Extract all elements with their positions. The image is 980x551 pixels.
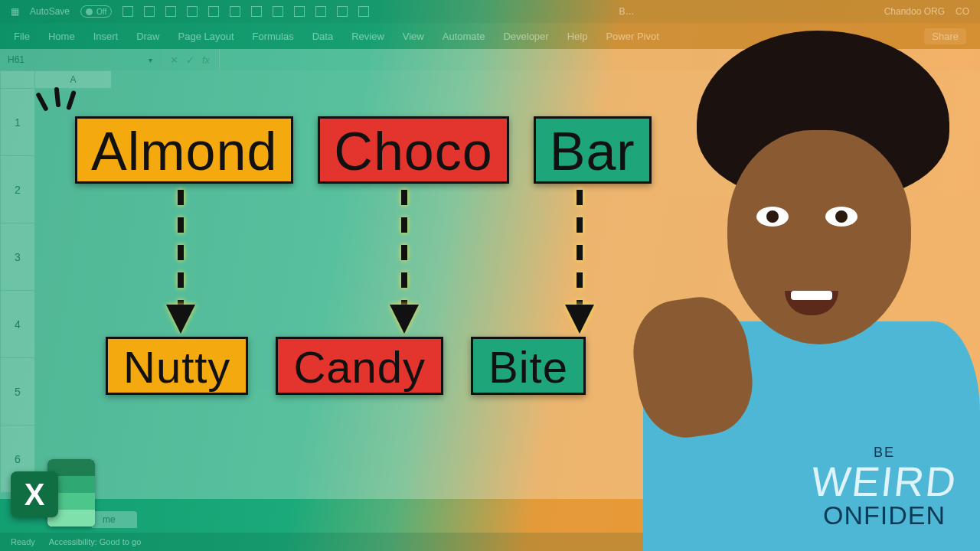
name-box[interactable]: H61 ▾: [0, 49, 161, 70]
excel-logo-letter: X: [11, 471, 58, 517]
toggle-knob-icon: [86, 8, 93, 15]
row-header-3[interactable]: 3: [0, 223, 35, 291]
tile-candy: Candy: [276, 337, 443, 395]
row-header-1[interactable]: 1: [0, 89, 35, 156]
excel-mini-icon: ▦: [11, 6, 19, 17]
name-box-value: H61: [8, 54, 24, 65]
tab-page-layout[interactable]: Page Layout: [178, 31, 234, 42]
account-badge[interactable]: CO: [956, 6, 969, 17]
select-all-corner[interactable]: [0, 70, 35, 89]
document-name: B…: [619, 6, 634, 17]
tab-draw[interactable]: Draw: [136, 31, 159, 42]
ribbon-tabs: File Home Insert Draw Page Layout Formul…: [0, 23, 980, 49]
qat-layout2-icon[interactable]: [337, 6, 348, 17]
arrow-down-icon: [385, 184, 423, 337]
qat-redo-icon[interactable]: [251, 6, 262, 17]
column-header-a[interactable]: A: [35, 70, 112, 89]
word-tiles-overlay: Almond Choco Bar Nutty Candy Bite: [75, 116, 652, 395]
qat-undo-icon[interactable]: [230, 6, 240, 17]
accept-formula-icon[interactable]: ✓: [186, 54, 194, 66]
status-ready: Ready: [11, 537, 35, 546]
svg-marker-1: [166, 305, 195, 334]
tab-file[interactable]: File: [14, 31, 30, 42]
tile-nutty: Nutty: [106, 337, 248, 395]
row-header-4[interactable]: 4: [0, 291, 35, 358]
autosave-label: AutoSave: [30, 6, 70, 17]
svg-marker-3: [390, 305, 419, 334]
tab-power-pivot[interactable]: Power Pivot: [606, 31, 658, 42]
formula-bar: H61 ▾ ✕ ✓ fx: [0, 49, 980, 70]
row-header-5[interactable]: 5: [0, 358, 35, 425]
status-accessibility: Accessibility: Good to go: [49, 537, 141, 546]
cancel-formula-icon[interactable]: ✕: [170, 54, 178, 66]
svg-marker-5: [565, 305, 594, 334]
qat-filter-icon[interactable]: [294, 6, 305, 17]
excel-logo-icon: X: [11, 455, 95, 531]
arrow-down-icon: [162, 184, 200, 337]
account-name[interactable]: Chandoo ORG: [884, 6, 945, 17]
tab-formulas[interactable]: Formulas: [253, 31, 294, 42]
qat-layout1-icon[interactable]: [315, 6, 326, 17]
fx-icon[interactable]: fx: [202, 54, 210, 66]
tab-developer[interactable]: Developer: [503, 31, 548, 42]
tile-bite: Bite: [471, 337, 586, 395]
status-bar: Ready Accessibility: Good to go: [0, 533, 980, 551]
tab-review[interactable]: Review: [351, 31, 384, 42]
qat-borders-icon[interactable]: [187, 6, 198, 17]
qat-grid-icon[interactable]: [165, 6, 176, 17]
tab-automate[interactable]: Automate: [443, 31, 485, 42]
sheet-tab[interactable]: me: [92, 511, 137, 528]
tab-view[interactable]: View: [403, 31, 424, 42]
tab-help[interactable]: Help: [567, 31, 588, 42]
fx-label: fx: [202, 54, 210, 66]
tile-choco: Choco: [318, 116, 508, 184]
tab-data[interactable]: Data: [312, 31, 333, 42]
autosave-state: Off: [96, 8, 106, 16]
share-button[interactable]: Share: [924, 28, 966, 44]
qat-font-icon[interactable]: [144, 6, 155, 17]
qat-save-icon[interactable]: [122, 6, 133, 17]
row-header-2[interactable]: 2: [0, 156, 35, 223]
tile-almond: Almond: [75, 116, 293, 184]
tile-bar: Bar: [534, 116, 652, 184]
tab-home[interactable]: Home: [48, 31, 75, 42]
autosave-toggle[interactable]: Off: [80, 5, 112, 18]
chevron-down-icon[interactable]: ▾: [149, 56, 152, 64]
qat-textbox-icon[interactable]: [208, 6, 219, 17]
title-bar: ▦ AutoSave Off B… Chandoo ORG CO: [0, 0, 980, 23]
qat-layout3-icon[interactable]: [358, 6, 369, 17]
arrow-down-icon: [560, 184, 599, 337]
qat-cursor-icon[interactable]: [273, 6, 283, 17]
tab-insert[interactable]: Insert: [93, 31, 119, 42]
